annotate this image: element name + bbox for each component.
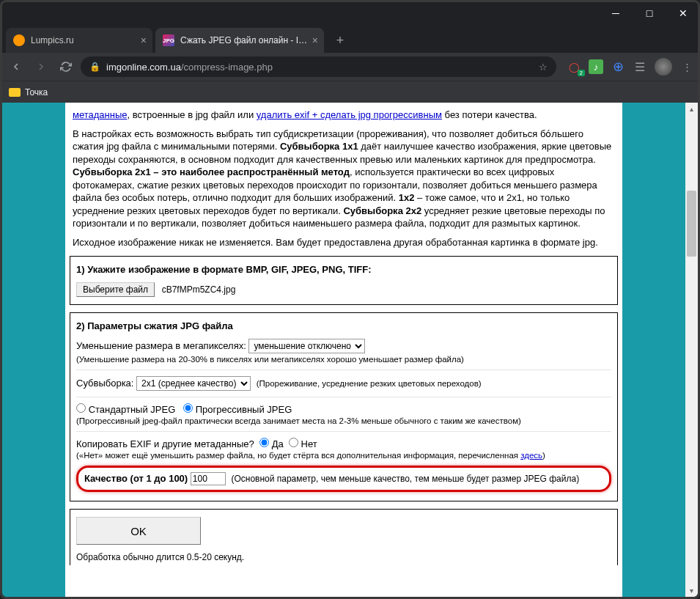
- progressive-hint: (Прогрессивный jpeg-файл практически все…: [76, 416, 611, 425]
- url-host: imgonline.com.ua: [106, 62, 181, 73]
- subsample-label: Субвыборка:: [76, 378, 133, 389]
- processing-hint: Обработка обычно длится 0.5-20 секунд.: [76, 552, 611, 562]
- subsample-select[interactable]: 2x1 (среднее качество): [136, 376, 251, 391]
- radio-standard[interactable]: Стандартный JPEG: [76, 404, 175, 415]
- bookmark-folder[interactable]: Точка: [9, 87, 48, 98]
- radio-exif-no-input[interactable]: [289, 438, 298, 447]
- link-delete-exif[interactable]: удалить exif + сделать jpg прогрессивным: [257, 109, 442, 120]
- bookmark-label: Точка: [25, 87, 48, 98]
- radio-progressive-input[interactable]: [183, 403, 193, 413]
- intro-line-1: метаданные, встроенные в jpg файл или уд…: [73, 109, 615, 122]
- ok-button[interactable]: OK: [76, 517, 201, 545]
- quality-label: Качество (от 1 до 100): [84, 473, 188, 484]
- radio-exif-no[interactable]: Нет: [289, 438, 317, 449]
- browser-viewport: метаданные, встроенные в jpg файл или уд…: [2, 103, 698, 597]
- step2-title: 2) Параметры сжатия JPG файла: [76, 320, 611, 331]
- favicon-icon: JPG: [163, 34, 174, 46]
- reading-list-icon[interactable]: ☰: [633, 59, 647, 74]
- separator: [76, 431, 611, 432]
- step2-box: 2) Параметры сжатия JPG файла Уменьшение…: [70, 312, 618, 501]
- row-megapixels: Уменьшение размера в мегапикселях: умень…: [76, 339, 611, 364]
- intro-paragraph-2: В настройках есть возможность выбрать ти…: [73, 128, 615, 230]
- megapixels-label: Уменьшение размера в мегапикселях:: [76, 340, 246, 351]
- exif-hint: («Нет» может ещё уменьшить размер файла,…: [76, 451, 611, 460]
- quality-input[interactable]: [191, 472, 226, 485]
- star-icon[interactable]: ☆: [539, 62, 548, 73]
- tab-title: Lumpics.ru: [31, 35, 136, 45]
- row-subsample: Субвыборка: 2x1 (среднее качество) (Прор…: [76, 376, 611, 391]
- megapixels-hint: (Уменьшение размера на 20-30% в пикселях…: [76, 355, 611, 364]
- choose-file-button[interactable]: Выберите файл: [76, 282, 155, 297]
- bookmarks-bar: Точка: [0, 81, 700, 103]
- separator: [76, 370, 611, 370]
- tab-lumpics[interactable]: Lumpics.ru ×: [6, 28, 152, 53]
- quality-hint: (Основной параметр, чем меньше качество,…: [231, 474, 579, 484]
- extension-icon[interactable]: ◯2: [567, 59, 581, 74]
- scroll-down-arrow[interactable]: ▾: [685, 584, 698, 597]
- chosen-filename: cB7fMPm5ZC4.jpg: [162, 284, 236, 295]
- separator: [76, 397, 611, 397]
- step3-box: OK Обработка обычно длится 0.5-20 секунд…: [70, 509, 618, 565]
- intro-paragraph-3: Исходное изображение никак не изменяется…: [73, 236, 615, 249]
- tab-close-icon[interactable]: ×: [141, 34, 147, 46]
- tab-close-icon[interactable]: ×: [312, 34, 318, 46]
- subsample-hint: (Прореживание, усреднение резких цветовы…: [257, 379, 482, 388]
- url-input[interactable]: 🔒 imgonline.com.ua/compress-image.php ☆: [81, 56, 556, 77]
- row-jpeg-type: Стандартный JPEG Прогрессивный JPEG (Про…: [76, 403, 611, 425]
- folder-icon: [9, 88, 21, 97]
- exif-label: Копировать EXIF и другие метаданные?: [76, 438, 254, 449]
- reload-button[interactable]: [56, 56, 76, 77]
- link-here[interactable]: здесь: [520, 451, 542, 460]
- extension-icon[interactable]: ♪: [589, 59, 603, 74]
- radio-exif-yes[interactable]: Да: [259, 438, 284, 449]
- scrollbar-thumb[interactable]: [687, 191, 696, 257]
- megapixels-select[interactable]: уменьшение отключено: [248, 339, 365, 353]
- tab-strip: Lumpics.ru × JPG Сжать JPEG файл онлайн …: [0, 26, 700, 53]
- page-content: метаданные, встроенные в jpg файл или уд…: [65, 103, 622, 597]
- new-tab-button[interactable]: +: [330, 30, 350, 51]
- extension-icon[interactable]: ⊕: [611, 59, 625, 74]
- row-quality-highlighted: Качество (от 1 до 100) (Основной парамет…: [76, 466, 611, 492]
- scroll-up-arrow[interactable]: ▴: [685, 103, 698, 115]
- window-titlebar: ─ □ ✕: [0, 0, 700, 26]
- radio-standard-input[interactable]: [76, 403, 86, 413]
- minimize-button[interactable]: ─: [599, 0, 633, 26]
- radio-exif-yes-input[interactable]: [259, 438, 269, 447]
- maximize-button[interactable]: □: [633, 0, 666, 26]
- tab-title: Сжать JPEG файл онлайн - IMG: [180, 35, 308, 45]
- url-path: /compress-image.php: [181, 62, 273, 73]
- menu-icon[interactable]: ⋮: [679, 59, 694, 74]
- back-button[interactable]: [6, 56, 26, 77]
- row-exif: Копировать EXIF и другие метаданные? Да …: [76, 438, 611, 460]
- address-bar: 🔒 imgonline.com.ua/compress-image.php ☆ …: [0, 53, 700, 81]
- profile-avatar[interactable]: [655, 58, 672, 76]
- lock-icon: 🔒: [89, 62, 100, 72]
- forward-button[interactable]: [31, 56, 51, 77]
- step1-box: 1) Укажите изображение в формате BMP, GI…: [70, 256, 618, 305]
- favicon-icon: [13, 34, 25, 46]
- close-button[interactable]: ✕: [666, 0, 700, 26]
- link-metadata[interactable]: метаданные: [73, 109, 128, 120]
- scrollbar-track[interactable]: ▴ ▾: [685, 103, 698, 597]
- tab-imgonline[interactable]: JPG Сжать JPEG файл онлайн - IMG ×: [155, 28, 324, 53]
- radio-progressive[interactable]: Прогрессивный JPEG: [183, 404, 292, 415]
- step1-title: 1) Укажите изображение в формате BMP, GI…: [76, 264, 611, 275]
